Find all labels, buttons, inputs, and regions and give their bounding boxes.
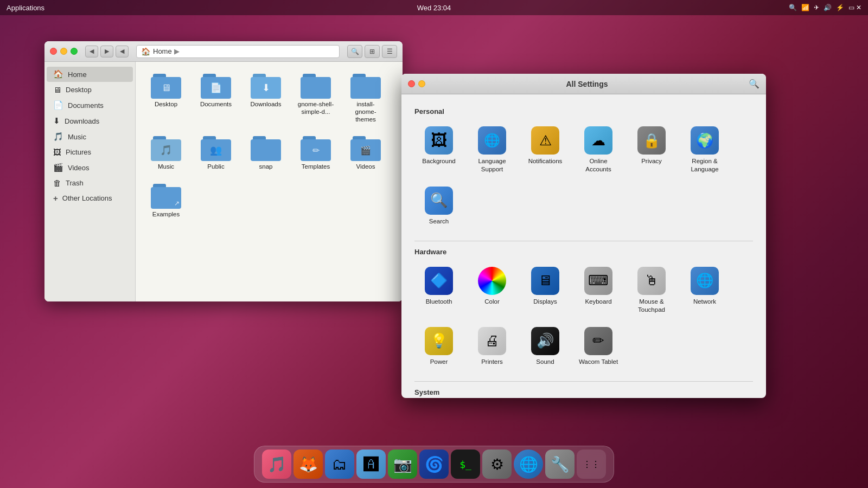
window-minimize-button[interactable] xyxy=(60,48,67,55)
search-button[interactable]: 🔍 xyxy=(347,45,362,58)
settings-label-keyboard: Keyboard xyxy=(585,298,611,306)
network-icon: 🌐 xyxy=(691,267,719,295)
settings-item-network[interactable]: 🌐 Network xyxy=(680,262,729,318)
settings-item-language[interactable]: 🌐 Language Support xyxy=(468,122,516,178)
settings-label-bluetooth: Bluetooth xyxy=(426,298,452,306)
settings-label-privacy: Privacy xyxy=(641,157,662,165)
path-label: Home xyxy=(153,47,172,55)
settings-item-background[interactable]: 🖼 Background xyxy=(414,122,463,178)
settings-item-wacom[interactable]: ✏ Wacom Tablet xyxy=(574,323,623,370)
settings-item-displays[interactable]: 🖥 Displays xyxy=(521,262,570,318)
settings-close-button[interactable] xyxy=(408,80,415,87)
settings-window: All Settings 🔍 Personal 🖼 Background 🌐 L… xyxy=(401,74,766,398)
path-home-icon: 🏠 xyxy=(141,47,150,56)
settings-label-displays: Displays xyxy=(533,298,557,306)
settings-item-search[interactable]: 🔍 Search xyxy=(414,182,463,230)
settings-item-sound[interactable]: 🔊 Sound xyxy=(521,323,570,370)
dock-item-firefox[interactable]: 🦊 xyxy=(293,450,323,479)
file-item-public[interactable]: 👥 Public xyxy=(194,133,238,174)
file-label-downloads: Downloads xyxy=(251,101,282,108)
up-button[interactable]: ◀ xyxy=(116,46,129,57)
settings-item-region[interactable]: 🌍 Region & Language xyxy=(680,122,729,178)
add-sidebar-icon: + xyxy=(53,194,58,203)
search-icon: 🔍 xyxy=(425,187,453,215)
back-button[interactable]: ◀ xyxy=(85,46,98,57)
file-label-public: Public xyxy=(207,163,224,171)
settings-item-color[interactable]: Color xyxy=(468,262,516,318)
section-divider-hardware xyxy=(414,241,753,241)
sidebar-trash-label: Trash xyxy=(66,179,84,187)
dock-item-facetime[interactable]: 📷 xyxy=(388,450,417,479)
file-item-videos[interactable]: 🎬 Videos xyxy=(344,133,387,174)
file-item-install-gnome[interactable]: install-gnome-themes xyxy=(344,70,387,126)
applications-menu[interactable]: Applications xyxy=(7,4,44,12)
file-item-documents[interactable]: 📄 Documents xyxy=(194,70,238,126)
settings-search-button[interactable]: 🔍 xyxy=(749,79,760,89)
sidebar-item-downloads[interactable]: ⬇ Downloads xyxy=(47,113,133,129)
dock-item-terminal[interactable]: $_ xyxy=(451,450,480,479)
sidebar-desktop-label: Desktop xyxy=(66,86,92,94)
desktop-sidebar-icon: 🖥 xyxy=(53,85,61,94)
dock-item-krita[interactable]: 🌀 xyxy=(419,450,449,479)
sidebar-item-documents[interactable]: 📄 Documents xyxy=(47,98,133,113)
search-tray-icon[interactable]: 🔍 xyxy=(789,4,797,11)
sidebar-item-videos[interactable]: 🎬 Videos xyxy=(47,160,133,175)
sidebar-item-other-locations[interactable]: + Other Locations xyxy=(47,191,133,206)
view-grid-button[interactable]: ⊞ xyxy=(365,45,380,58)
file-item-desktop[interactable]: 🖥 Desktop xyxy=(144,70,188,126)
settings-minimize-button[interactable] xyxy=(418,80,425,87)
settings-item-power[interactable]: 💡 Power xyxy=(414,323,463,370)
sidebar-other-label: Other Locations xyxy=(62,194,112,202)
region-icon: 🌍 xyxy=(691,126,719,155)
section-divider-system xyxy=(414,381,753,382)
settings-body: Personal 🖼 Background 🌐 Language Support… xyxy=(401,94,766,398)
sidebar-item-music[interactable]: 🎵 Music xyxy=(47,129,133,144)
sidebar-pictures-label: Pictures xyxy=(66,148,91,156)
file-grid: 🖥 Desktop 📄 Documents xyxy=(136,62,403,301)
documents-sidebar-icon: 📄 xyxy=(53,100,63,110)
dock-item-settings2[interactable]: 🔧 xyxy=(545,450,575,479)
settings-item-online-accounts[interactable]: ☁ Online Accounts xyxy=(574,122,623,178)
language-icon: 🌐 xyxy=(478,126,506,155)
sidebar-documents-label: Documents xyxy=(68,101,104,110)
file-item-snap[interactable]: snap xyxy=(244,133,288,174)
dock-item-browser2[interactable]: 🌐 xyxy=(514,450,543,479)
file-item-gnome-shell[interactable]: gnome-shell-simple-d... xyxy=(294,70,337,126)
forward-button[interactable]: ▶ xyxy=(100,46,113,57)
dock-item-appstore[interactable]: 🅰 xyxy=(356,450,386,479)
sidebar-item-pictures[interactable]: 🖼 Pictures xyxy=(47,145,133,159)
menu-button[interactable]: ☰ xyxy=(382,45,397,58)
color-icon xyxy=(478,267,506,295)
window-maximize-button[interactable] xyxy=(71,48,78,55)
sidebar-item-home[interactable]: 🏠 Home xyxy=(47,67,133,82)
file-item-downloads[interactable]: ⬇ Downloads xyxy=(244,70,288,126)
file-item-examples[interactable]: ↗ Examples xyxy=(144,181,188,222)
dock-item-system-settings[interactable]: ⚙ xyxy=(482,450,512,479)
volume-tray-icon[interactable]: 🔊 xyxy=(824,4,832,11)
settings-item-printers[interactable]: 🖨 Printers xyxy=(468,323,516,370)
file-item-music[interactable]: 🎵 Music xyxy=(144,133,188,174)
settings-label-power: Power xyxy=(430,358,448,366)
file-item-templates[interactable]: ✏ Templates xyxy=(294,133,337,174)
settings-item-notifications[interactable]: ⚠ Notifications xyxy=(521,122,570,178)
sound-icon: 🔊 xyxy=(531,327,559,355)
network-tray-icon: 📶 xyxy=(801,4,809,11)
dock-item-finder[interactable]: 🗂 xyxy=(325,450,354,479)
settings-item-privacy[interactable]: 🔒 Privacy xyxy=(627,122,676,178)
dock-item-music[interactable]: 🎵 xyxy=(262,450,291,479)
settings-item-mouse[interactable]: 🖱 Mouse & Touchpad xyxy=(627,262,676,318)
file-label-install-gnome: install-gnome-themes xyxy=(347,101,384,123)
sidebar-home-label: Home xyxy=(68,70,87,79)
file-label-gnome-shell: gnome-shell-simple-d... xyxy=(297,101,334,116)
settings-personal-grid: 🖼 Background 🌐 Language Support ⚠ Notifi… xyxy=(414,122,753,230)
path-bar[interactable]: 🏠 Home ▶ xyxy=(136,45,340,58)
top-bar-clock: Wed 23:04 xyxy=(417,4,451,12)
wacom-icon: ✏ xyxy=(584,327,612,355)
window-close-button[interactable] xyxy=(50,48,57,55)
settings-item-bluetooth[interactable]: 🔷 Bluetooth xyxy=(414,262,463,318)
file-manager-window: ◀ ▶ ◀ 🏠 Home ▶ 🔍 ⊞ ☰ 🏠 Home 🖥 Desktop xyxy=(44,41,403,301)
settings-item-keyboard[interactable]: ⌨ Keyboard xyxy=(574,262,623,318)
sidebar-item-trash[interactable]: 🗑 Trash xyxy=(47,176,133,190)
sidebar-item-desktop[interactable]: 🖥 Desktop xyxy=(47,82,133,97)
dock-item-appgrid[interactable]: ⋮⋮ xyxy=(577,450,606,479)
